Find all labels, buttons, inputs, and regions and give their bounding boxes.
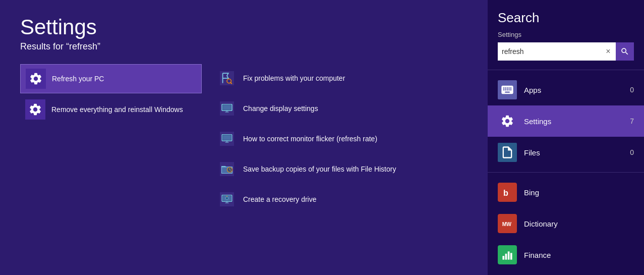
sidebar-item-settings[interactable]: Settings 7 xyxy=(488,105,644,137)
results-grid: Refresh your PC Remove everything and re… xyxy=(20,64,467,213)
result-label-change-display: Change display settings xyxy=(243,104,318,113)
sidebar-item-files-label: Files xyxy=(524,148,623,157)
document-icon xyxy=(498,143,517,162)
sidebar-item-files[interactable]: Files 0 xyxy=(488,137,644,168)
page-title: Settings xyxy=(20,15,467,39)
search-scope-label: Settings xyxy=(498,31,634,38)
sidebar-divider xyxy=(488,70,644,70)
sidebar-item-bing[interactable]: b Bing xyxy=(488,177,644,208)
gear-icon-2 xyxy=(25,99,45,120)
result-label-backup-files: Save backup copies of your files with Fi… xyxy=(243,164,396,174)
sidebar-item-dictionary[interactable]: MW Dictionary xyxy=(488,208,644,239)
main-content: Settings Results for “refresh” Refresh y… xyxy=(0,0,488,275)
sidebar-item-finance-label: Finance xyxy=(524,251,627,259)
result-item-backup-files[interactable]: Save backup copies of your files with Fi… xyxy=(212,155,467,183)
keyboard-icon xyxy=(498,80,517,99)
svg-point-26 xyxy=(225,197,228,200)
result-item-refresh-pc[interactable]: Refresh your PC xyxy=(20,64,202,93)
flag-tool-icon xyxy=(217,68,237,88)
search-panel-title: Search xyxy=(498,10,634,26)
result-item-fix-problems[interactable]: Fix problems with your computer xyxy=(212,64,467,92)
search-clear-button[interactable]: × xyxy=(601,42,616,61)
svg-rect-36 xyxy=(510,253,512,259)
result-item-reinstall-windows[interactable]: Remove everything and reinstall Windows xyxy=(20,95,202,124)
sidebar-item-apps-count: 0 xyxy=(630,86,634,94)
gear-icon xyxy=(26,69,46,89)
svg-rect-12 xyxy=(223,135,231,140)
monitor-icon xyxy=(217,98,237,119)
sidebar-items-list: Apps 0 Settings 7 Files 0 xyxy=(488,74,644,270)
sidebar-item-bing-label: Bing xyxy=(524,188,627,197)
sidebar-item-files-count: 0 xyxy=(630,148,634,156)
left-results-column: Refresh your PC Remove everything and re… xyxy=(20,64,202,213)
monitor-flicker-icon xyxy=(217,129,237,149)
search-box[interactable]: × xyxy=(498,42,634,61)
search-header: Search Settings × xyxy=(488,0,644,66)
svg-rect-34 xyxy=(505,254,507,260)
result-label-fix-problems: Fix problems with your computer xyxy=(243,74,345,83)
sidebar-item-settings-count: 7 xyxy=(630,117,634,125)
svg-rect-6 xyxy=(223,105,231,110)
sidebar-item-apps[interactable]: Apps 0 xyxy=(488,74,644,105)
sidebar-item-apps-label: Apps xyxy=(524,86,623,94)
svg-rect-35 xyxy=(508,251,510,259)
result-item-recovery-drive[interactable]: Create a recovery drive xyxy=(212,185,467,213)
svg-text:MW: MW xyxy=(502,222,512,227)
result-label-monitor-flicker: How to correct monitor flicker (refresh … xyxy=(243,134,377,143)
result-label-reinstall-windows: Remove everything and reinstall Windows xyxy=(51,105,183,114)
sidebar-divider-2 xyxy=(488,172,644,173)
sidebar-item-finance[interactable]: Finance xyxy=(488,239,644,270)
sidebar-item-dictionary-label: Dictionary xyxy=(524,219,627,228)
result-label-recovery-drive: Create a recovery drive xyxy=(243,195,317,204)
results-subtitle: Results for “refresh” xyxy=(20,41,467,52)
sidebar-item-settings-label: Settings xyxy=(524,117,623,126)
result-label-refresh-pc: Refresh your PC xyxy=(52,74,104,83)
result-item-change-display[interactable]: Change display settings xyxy=(212,94,467,123)
folder-clock-icon xyxy=(217,159,237,179)
right-results-column: Fix problems with your computer xyxy=(212,64,467,213)
sidebar: Search Settings × Apps 0 xyxy=(488,0,644,275)
search-submit-button[interactable] xyxy=(616,42,634,61)
search-input[interactable] xyxy=(498,42,601,61)
svg-text:b: b xyxy=(503,188,508,197)
monitor-usb-icon xyxy=(217,189,237,209)
settings-gear-icon xyxy=(498,112,517,131)
svg-rect-33 xyxy=(502,256,504,259)
result-item-monitor-flicker[interactable]: How to correct monitor flicker (refresh … xyxy=(212,125,467,153)
dictionary-icon: MW xyxy=(498,214,517,233)
svg-rect-32 xyxy=(500,248,514,262)
bing-icon: b xyxy=(498,183,517,202)
finance-icon xyxy=(498,245,517,264)
